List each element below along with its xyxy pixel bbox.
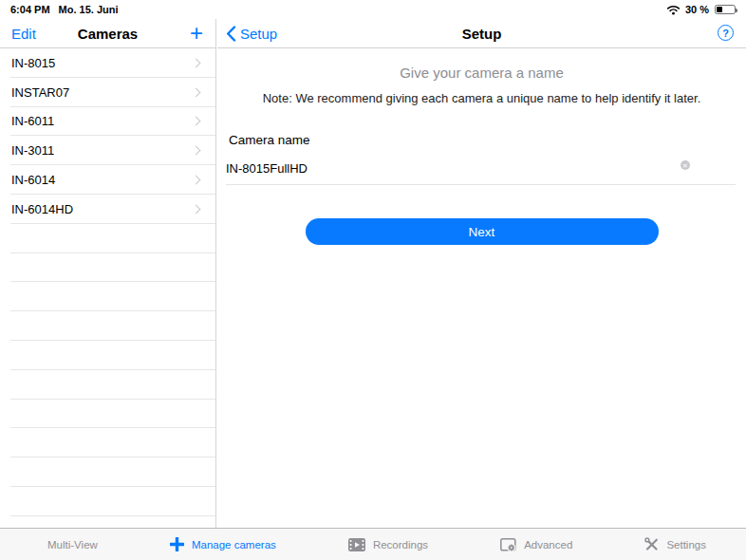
- camera-list: IN-8015 INSTAR07 IN-6011 IN-3011 IN-6014…: [0, 48, 215, 528]
- camera-row-in-3011[interactable]: IN-3011: [0, 136, 215, 165]
- tools-icon: [644, 537, 659, 551]
- camera-name-input[interactable]: IN-8015FullHD ✕: [226, 156, 736, 185]
- edit-button[interactable]: Edit: [11, 26, 36, 42]
- tab-bar: Multi-View Manage cameras Recordings: [0, 528, 746, 560]
- clear-input-icon[interactable]: ✕: [681, 160, 690, 170]
- setup-content: Give your camera a name Note: We recomme…: [217, 48, 746, 245]
- tab-settings[interactable]: Settings: [644, 537, 706, 551]
- chevron-right-icon: [192, 146, 201, 156]
- chevron-right-icon: [192, 87, 201, 97]
- content-heading: Give your camera a name: [217, 65, 746, 81]
- content-note: Note: We recommend giving each camera a …: [217, 91, 746, 105]
- tab-multi-view[interactable]: Multi-View: [40, 539, 98, 551]
- empty-list-row: [0, 341, 215, 370]
- empty-list-row: [0, 516, 215, 528]
- camera-name: IN-6014HD: [11, 202, 73, 216]
- camera-row-in-6011[interactable]: IN-6011: [0, 107, 215, 137]
- status-bar: 6:04 PM Mo. 15. Juni 30 %: [0, 0, 746, 19]
- camera-name: IN-3011: [11, 143, 54, 158]
- empty-list-row: [0, 457, 215, 487]
- empty-list-row: [0, 311, 215, 341]
- status-time: 6:04 PM: [10, 4, 50, 15]
- camera-row-in-6014hd[interactable]: IN-6014HD: [0, 195, 215, 224]
- camera-name: INSTAR07: [11, 85, 69, 100]
- sidebar-header: Edit Cameras +: [0, 19, 215, 48]
- camera-name-label: Camera name: [229, 133, 746, 147]
- window-gear-icon: [500, 538, 516, 551]
- back-button-label: Setup: [240, 26, 277, 42]
- help-button[interactable]: ?: [718, 25, 734, 41]
- back-button[interactable]: Setup: [226, 19, 277, 48]
- sidebar-title: Cameras: [78, 26, 138, 42]
- camera-row-in-6014[interactable]: IN-6014: [0, 165, 215, 195]
- empty-list-row: [0, 370, 215, 400]
- empty-list-row: [0, 487, 215, 516]
- empty-list-row: [0, 253, 215, 283]
- tab-manage-cameras[interactable]: Manage cameras: [170, 537, 276, 551]
- battery-percent: 30 %: [685, 4, 709, 15]
- tab-label: Manage cameras: [192, 539, 276, 551]
- camera-row-instar07[interactable]: INSTAR07: [0, 78, 215, 107]
- camera-name-value: IN-8015FullHD: [226, 161, 308, 176]
- tab-advanced[interactable]: Advanced: [500, 538, 572, 551]
- empty-list-row: [0, 400, 215, 429]
- chevron-right-icon: [192, 58, 201, 67]
- status-date: Mo. 15. Juni: [59, 4, 119, 15]
- empty-list-row: [0, 428, 215, 457]
- chevron-left-icon: [226, 26, 236, 42]
- battery-cap: [736, 9, 737, 12]
- film-icon: [348, 538, 365, 551]
- page-title: Setup: [462, 26, 502, 42]
- battery-fill: [717, 7, 722, 12]
- setup-panel: Setup Setup ? Give your camera a name No…: [217, 19, 746, 528]
- tab-recordings[interactable]: Recordings: [348, 538, 428, 551]
- camera-name: IN-8015: [11, 56, 55, 70]
- battery-icon: [715, 5, 736, 14]
- empty-list-row: [0, 282, 215, 311]
- add-camera-button[interactable]: +: [190, 24, 203, 43]
- chevron-right-icon: [192, 204, 201, 214]
- tab-label: Multi-View: [47, 539, 98, 551]
- camera-name: IN-6011: [11, 114, 54, 128]
- tab-label: Settings: [666, 539, 706, 551]
- chevron-right-icon: [192, 176, 201, 185]
- tab-label: Recordings: [373, 539, 428, 551]
- camera-row-in-8015[interactable]: IN-8015: [0, 48, 215, 78]
- camera-sidebar: Edit Cameras + IN-8015 INSTAR07 IN-6011 …: [0, 19, 216, 528]
- chevron-right-icon: [192, 117, 201, 126]
- plus-icon: [170, 537, 184, 551]
- wifi-icon: [666, 5, 681, 15]
- next-button[interactable]: Next: [306, 218, 659, 245]
- camera-name: IN-6014: [11, 173, 55, 187]
- empty-list-row: [0, 224, 215, 253]
- tab-label: Advanced: [524, 539, 572, 551]
- setup-header: Setup Setup ?: [217, 19, 746, 48]
